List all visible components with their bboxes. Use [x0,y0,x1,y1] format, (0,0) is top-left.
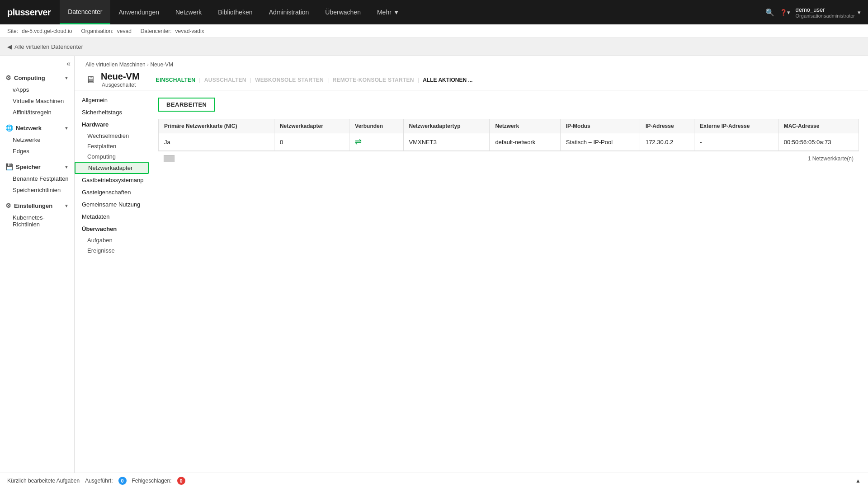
left-menu-sicherheitstags[interactable]: Sicherheitstags [75,106,149,118]
nav-netzwerk[interactable]: Netzwerk [167,0,210,24]
sidebar-item-benannte-festplatten[interactable]: Benannte Festplatten [0,173,74,184]
user-menu[interactable]: demo_user Organisationsadministrator ▾ [796,6,861,19]
col-ip-modus: IP-Modus [560,119,640,133]
dc-label: Datencenter: [141,28,172,34]
einschalten-btn[interactable]: EINSCHALTEN [156,75,196,85]
ausschalten-btn[interactable]: AUSSCHALTEN [204,75,246,85]
left-menu-wechselmedien[interactable]: Wechselmedien [75,131,149,141]
dc-value: vevad-vadix [175,28,204,34]
sidebar-item-netzwerke[interactable]: Netzwerke [0,134,74,145]
left-menu-gemeinsame-nutzung[interactable]: Gemeinsame Nutzung [75,198,149,211]
netzwerk-arrow-icon: ▼ [64,126,69,131]
computing-icon: ⚙ [5,74,11,81]
sidebar-section-einstellungen: ⚙ Einstellungen ▼ Kubernetes-Richtlinien [0,197,74,232]
cell-ip-mode: Statisch – IP-Pool [560,133,640,151]
table-count: 1 Netzwerkkarte(n) [808,155,854,162]
cell-connected: ⇌ [349,133,403,151]
col-primary-nic: Primäre Netzwerkkarte (NIC) [159,119,274,133]
cell-type: VMXNET3 [403,133,490,151]
left-menu-uberwachen[interactable]: Überwachen [75,223,149,235]
nav-anwendungen[interactable]: Anwendungen [110,0,167,24]
detail-pane: Allgemein Sicherheitstags Hardware Wechs… [75,90,868,473]
computing-arrow-icon: ▼ [64,75,69,80]
sidebar-item-speicherrichtlinien[interactable]: Speicherrichtlinien [0,184,74,196]
speicher-arrow-icon: ▼ [64,164,69,169]
sidebar-item-affinitatsregeln[interactable]: Affinitätsregeln [0,107,74,118]
executed-label: Ausgeführt: [85,478,113,484]
table-scroll-bar[interactable] [164,155,175,162]
col-externe-ip: Externe IP-Adresse [694,119,778,133]
alle-aktionen-btn[interactable]: ALLE AKTIONEN ... [423,77,472,83]
vm-header: Alle virtuellen Maschinen › Neue-VM 🖥 Ne… [75,56,868,90]
site-label: Site: [7,28,18,34]
nav-bibliotheken[interactable]: Bibliotheken [210,0,260,24]
org-label: Organisation: [81,28,113,34]
executed-count-badge: 0 [118,477,127,485]
left-menu-gastbetriebssystem[interactable]: Gastbetriebssystemanp [75,174,149,186]
left-menu-computing[interactable]: Computing [75,151,149,162]
breadcrumb-bar: Site: de-5.vcd.get-cloud.io Organisation… [0,24,868,38]
footer: Kürzlich bearbeitete Aufgaben Ausgeführt… [0,473,868,488]
left-menu-hardware[interactable]: Hardware [75,118,149,131]
sidebar-item-virtuelle-maschinen[interactable]: Virtuelle Maschinen [0,95,74,107]
nav-datencenter[interactable]: Datencenter [60,0,110,24]
sidebar-section-computing-label: Computing [14,75,45,81]
webkonsole-btn[interactable]: WEBKONSOLE STARTEN [255,75,324,85]
remote-btn[interactable]: REMOTE-KONSOLE STARTEN [332,75,414,85]
breadcrumb-parent[interactable]: Alle virtuellen Maschinen [85,61,146,68]
vm-title-row: 🖥 Neue-VM Ausgeschaltet EINSCHALTEN | AU… [85,71,857,88]
col-ip-adresse: IP-Adresse [640,119,694,133]
sidebar: « ⚙ Computing ▼ vApps Virtuelle Maschine… [0,56,75,473]
back-link[interactable]: ◀ Alle virtuellen Datencenter [7,43,83,50]
left-menu-aufgaben[interactable]: Aufgaben [75,235,149,245]
speicher-icon: 💾 [5,163,13,170]
cell-network: default-network [490,133,560,151]
failed-label: Fehlgeschlagen: [132,478,172,484]
back-link-text: Alle virtuellen Datencenter [14,43,83,50]
failed-count-badge: 0 [177,477,185,485]
content-panel: Alle virtuellen Maschinen › Neue-VM 🖥 Ne… [75,56,868,473]
search-icon[interactable]: 🔍 [765,8,774,17]
left-menu-netzwerkadapter[interactable]: Netzwerkadapter [75,162,149,174]
left-menu-ereignisse[interactable]: Ereignisse [75,245,149,256]
sidebar-section-speicher: 💾 Speicher ▼ Benannte Festplatten Speich… [0,159,74,197]
sidebar-section-einstellungen-label: Einstellungen [14,202,52,209]
einstellungen-arrow-icon: ▼ [64,203,69,208]
help-icon[interactable]: ❓▾ [780,9,790,16]
sidebar-item-vapps[interactable]: vApps [0,84,74,95]
cell-adapter: 0 [274,133,349,151]
sidebar-collapse-btn[interactable]: « [66,60,71,68]
footer-scroll-icon[interactable]: ▲ [855,478,861,484]
nav-uberwachen[interactable]: Überwachen [317,0,369,24]
nav-items: Datencenter Anwendungen Netzwerk Bibliot… [60,0,765,24]
table-footer: 1 Netzwerkkarte(n) [158,151,859,166]
col-netzwerkadaptertyp: Netzwerkadaptertyp [403,119,490,133]
back-arrow-icon: ◀ [7,43,12,50]
sidebar-section-netzwerk-header[interactable]: 🌐 Netzwerk ▼ [0,122,74,134]
org-value: vevad [117,28,132,34]
sidebar-section-einstellungen-header[interactable]: ⚙ Einstellungen ▼ [0,199,74,212]
sidebar-item-kubernetes[interactable]: Kubernetes-Richtlinien [0,212,74,230]
cell-primary: Ja [159,133,274,151]
bearbeiten-button[interactable]: BEARBEITEN [158,98,215,112]
left-menu-festplatten[interactable]: Festplatten [75,141,149,151]
table-row: Ja 0 ⇌ VMXNET3 default-network Statisch … [159,133,859,151]
sidebar-section-speicher-header[interactable]: 💾 Speicher ▼ [0,160,74,173]
sidebar-section-netzwerk: 🌐 Netzwerk ▼ Netzwerke Edges [0,120,74,159]
nav-administration[interactable]: Administration [261,0,317,24]
vm-icon: 🖥 [85,74,95,86]
back-link-bar: ◀ Alle virtuellen Datencenter [0,38,868,56]
sidebar-item-edges[interactable]: Edges [0,145,74,157]
vm-name: Neue-VM [101,71,140,81]
cell-mac: 00:50:56:05:0a:73 [778,133,859,151]
left-menu-allgemein[interactable]: Allgemein [75,94,149,106]
connected-icon: ⇌ [355,137,362,146]
nav-mehr[interactable]: Mehr ▼ [369,0,408,24]
recent-tasks-label: Kürzlich bearbeitete Aufgaben [7,478,80,484]
user-role: Organisationsadministrator [796,13,855,19]
left-menu-metadaten[interactable]: Metadaten [75,211,149,223]
sidebar-section-computing-header[interactable]: ⚙ Computing ▼ [0,71,74,84]
cell-external-ip: - [694,133,778,151]
left-menu-gasteigenschaften[interactable]: Gasteigenschaften [75,186,149,198]
site-value: de-5.vcd.get-cloud.io [22,28,72,34]
